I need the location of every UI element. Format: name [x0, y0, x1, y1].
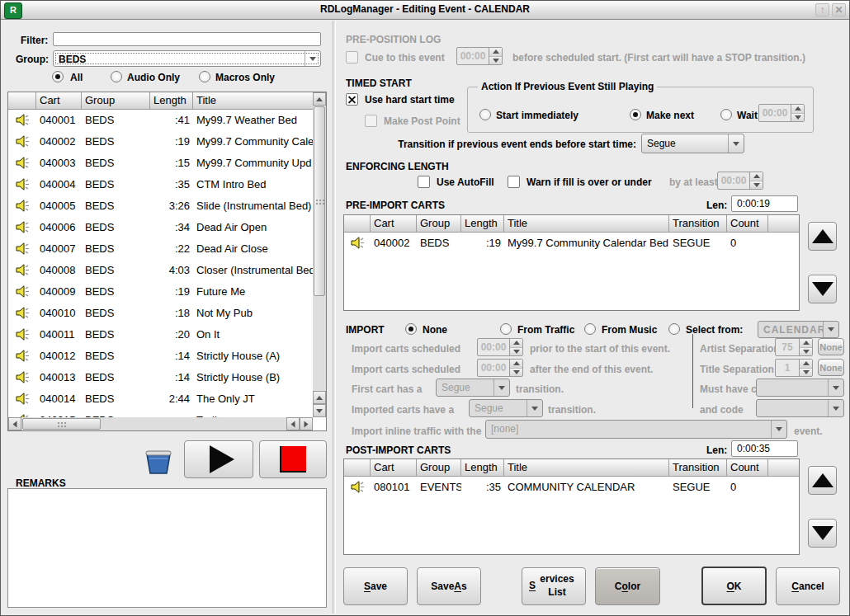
- col-cart[interactable]: Cart: [371, 215, 417, 232]
- post-import-move-down-button[interactable]: [808, 519, 837, 548]
- scroll-down-icon[interactable]: [313, 404, 326, 417]
- col-icon[interactable]: [344, 215, 371, 232]
- warn-fill-label: Warn if fill is over or under: [527, 176, 652, 188]
- cell-length: :14: [150, 371, 193, 383]
- color-button[interactable]: Color: [595, 567, 660, 605]
- cart-row[interactable]: 040002 BEDS :19 My99.7 Community Cale: [8, 130, 313, 152]
- post-import-row[interactable]: 080101 EVENTS :35 COMMUNITY CALENDAR SEG…: [344, 476, 799, 497]
- horizontal-scroll-thumb[interactable]: [22, 418, 101, 430]
- scroll-left-icon[interactable]: [8, 417, 21, 430]
- cart-row[interactable]: 040005 BEDS 3:26 Slide (Instrumental Bed…: [8, 195, 313, 216]
- chevron-down-icon: [527, 400, 542, 416]
- scroll-right-icon[interactable]: [300, 417, 313, 430]
- pre-import-row[interactable]: 040002 BEDS :19 My99.7 Community Calenda…: [344, 232, 799, 253]
- pre-import-move-down-button[interactable]: [808, 275, 837, 303]
- titlebar[interactable]: R RDLogManager - Editing Event - CALENDA…: [1, 1, 849, 20]
- shade-icon[interactable]: ↑: [815, 3, 829, 16]
- cart-row[interactable]: 040007 BEDS :22 Dead Air Close: [8, 237, 313, 259]
- cell-cart: 040013: [36, 371, 82, 383]
- col-group[interactable]: Group: [82, 92, 150, 109]
- radio-select-from[interactable]: [668, 323, 680, 335]
- cart-row[interactable]: 040009 BEDS :19 Future Me: [8, 280, 313, 302]
- cell-title: On It: [193, 328, 313, 341]
- cancel-button[interactable]: Cancel: [776, 567, 840, 605]
- radio-make-next[interactable]: [630, 109, 641, 120]
- radio-audio-only[interactable]: [111, 71, 122, 82]
- cell-length: :18: [150, 307, 193, 319]
- scroll-up-icon[interactable]: [313, 391, 326, 404]
- chevron-down-icon: [828, 379, 843, 396]
- col-length[interactable]: Length: [461, 459, 504, 476]
- col-blank[interactable]: [768, 215, 799, 232]
- save-as-button[interactable]: Save As: [417, 567, 481, 605]
- warn-fill-checkbox[interactable]: [508, 176, 520, 188]
- cell-length: 3:26: [150, 200, 193, 212]
- col-title[interactable]: Title: [193, 92, 313, 109]
- cell-title: Dead Air Open: [193, 221, 313, 233]
- close-icon[interactable]: ✕: [832, 3, 846, 16]
- speaker-icon: [16, 285, 30, 298]
- cell-cart: 040014: [36, 393, 82, 405]
- radio-from-music[interactable]: [584, 323, 596, 335]
- col-length[interactable]: Length: [150, 92, 193, 109]
- cart-row[interactable]: 040006 BEDS :34 Dead Air Open: [8, 216, 313, 237]
- radio-from-traffic[interactable]: [500, 323, 512, 335]
- col-blank[interactable]: [768, 459, 799, 476]
- cart-row[interactable]: 040010 BEDS :18 Not My Pub: [8, 302, 313, 323]
- col-transition[interactable]: Transition: [669, 459, 727, 476]
- remarks-textarea[interactable]: [7, 488, 327, 608]
- spin-down-icon: [800, 347, 812, 356]
- vertical-scroll-thumb[interactable]: [314, 106, 325, 296]
- col-count[interactable]: Count: [727, 215, 768, 232]
- post-import-move-up-button[interactable]: [808, 466, 837, 495]
- scroll-up-icon[interactable]: [313, 92, 326, 106]
- col-cart[interactable]: Cart: [371, 459, 417, 476]
- cart-row[interactable]: 040015 BEDS Trails: [8, 409, 313, 417]
- radio-macros-only-label: Macros Only: [215, 72, 275, 83]
- stop-button[interactable]: [259, 440, 327, 478]
- services-list-button[interactable]: Services List: [522, 567, 586, 605]
- col-icon[interactable]: [344, 459, 371, 476]
- radio-all[interactable]: [52, 71, 64, 82]
- radio-wait-up-to[interactable]: [720, 109, 732, 120]
- scroll-left-icon[interactable]: [286, 417, 300, 430]
- col-group[interactable]: Group: [417, 215, 461, 232]
- cart-row[interactable]: 040013 BEDS :14 Strictly House (B): [8, 366, 313, 388]
- col-group[interactable]: Group: [417, 459, 461, 476]
- up-arrow-icon: [812, 473, 833, 487]
- col-cart[interactable]: Cart: [36, 92, 82, 109]
- col-title[interactable]: Title: [504, 459, 669, 476]
- use-autofill-checkbox[interactable]: [418, 176, 430, 188]
- cart-row[interactable]: 040014 BEDS 2:44 The Only JT: [8, 388, 313, 409]
- spin-down-icon: [750, 181, 763, 190]
- col-count[interactable]: Count: [727, 459, 768, 476]
- post-import-len-label: Len:: [706, 444, 727, 456]
- save-button[interactable]: Save: [343, 567, 408, 605]
- col-length[interactable]: Length: [461, 215, 504, 232]
- cart-row[interactable]: 040012 BEDS :14 Strictly House (A): [8, 345, 313, 366]
- col-title[interactable]: Title: [504, 215, 669, 232]
- col-transition[interactable]: Transition: [669, 215, 727, 232]
- play-button[interactable]: [184, 440, 253, 478]
- use-hard-start-checkbox[interactable]: [346, 93, 358, 106]
- radio-import-none[interactable]: [405, 323, 417, 335]
- cell-cart: 040002: [36, 135, 82, 148]
- trash-icon[interactable]: [143, 447, 174, 475]
- radio-macros-only[interactable]: [199, 71, 210, 82]
- pre-import-move-up-button[interactable]: [808, 222, 837, 251]
- cart-row[interactable]: 040008 BEDS 4:03 Closer (Instrumental Be…: [8, 259, 313, 280]
- group-select[interactable]: BEDS: [53, 50, 321, 67]
- cell-title: The Only JT: [193, 393, 313, 405]
- select-from-value: CALENDAR: [758, 322, 823, 337]
- cart-row[interactable]: 040011 BEDS :20 On It: [8, 323, 313, 345]
- transition-select[interactable]: Segue: [641, 134, 744, 153]
- ok-button[interactable]: OK: [701, 567, 767, 605]
- radio-start-immediately[interactable]: [479, 109, 491, 120]
- filter-input[interactable]: [53, 32, 321, 46]
- cue-time-spinbox: 00:00: [456, 47, 503, 65]
- col-icon[interactable]: [8, 92, 36, 109]
- cart-row[interactable]: 040003 BEDS :15 My99.7 Community Upd: [8, 152, 313, 173]
- cart-row[interactable]: 040004 BEDS :35 CTM Intro Bed: [8, 173, 313, 195]
- radio-make-next-label: Make next: [646, 110, 694, 121]
- cart-row[interactable]: 040001 BEDS :41 My99.7 Weather Bed: [8, 109, 313, 130]
